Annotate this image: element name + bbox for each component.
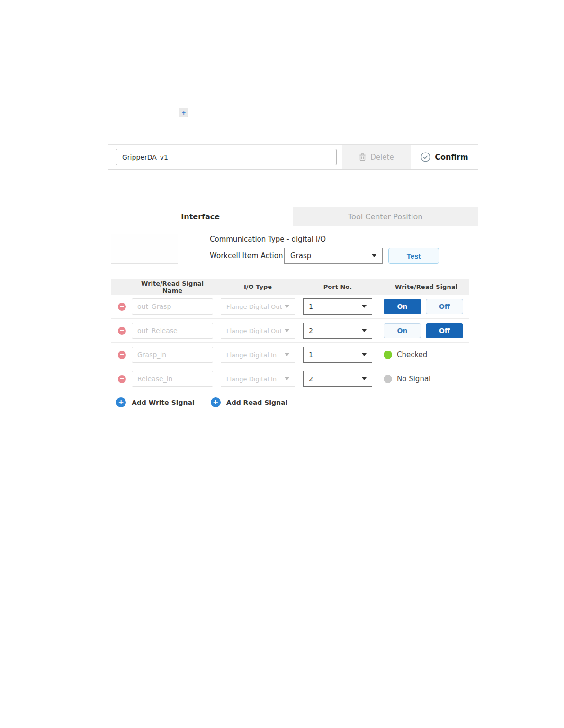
signal-status-dot — [384, 375, 392, 383]
signal-status-dot — [384, 351, 392, 359]
gripper-config-page: + Delete — [0, 0, 564, 728]
workcell-action-select[interactable]: Grasp — [284, 248, 383, 264]
section-divider — [108, 270, 478, 270]
chevron-down-icon — [285, 377, 289, 380]
add-item-button[interactable]: + — [179, 108, 188, 117]
signal-off-button[interactable]: Off — [426, 323, 463, 338]
signal-off-button[interactable]: Off — [426, 299, 463, 314]
remove-row-button[interactable] — [118, 327, 126, 335]
check-circle-icon — [421, 152, 430, 162]
signal-table-header: Write/Read Signal Name I/O Type Port No.… — [111, 279, 469, 295]
chevron-down-icon — [285, 353, 289, 356]
signal-table: Write/Read Signal Name I/O Type Port No.… — [111, 279, 469, 391]
chevron-down-icon — [372, 254, 376, 257]
port-no-select[interactable]: 1 — [303, 298, 372, 315]
chevron-down-icon — [362, 329, 367, 332]
delete-button-label: Delete — [370, 153, 394, 162]
remove-row-button[interactable] — [118, 351, 126, 359]
test-button[interactable]: Test — [388, 248, 439, 264]
chevron-down-icon — [362, 377, 367, 380]
add-write-signal-button[interactable]: + Add Write Signal — [116, 397, 195, 407]
io-type-value: Flange Digital In — [226, 376, 277, 383]
io-type-select[interactable]: Flange Digital Out — [221, 298, 295, 315]
signal-cell: Checked — [384, 351, 469, 359]
workcell-item-action-label: Workcell Item Action — [210, 252, 283, 260]
io-type-value: Flange Digital In — [226, 351, 277, 359]
io-type-value: Flange Digital Out — [226, 303, 282, 310]
signal-on-button[interactable]: On — [384, 299, 421, 314]
chevron-down-icon — [285, 305, 289, 308]
table-row: Flange Digital In 2 No Signal — [111, 367, 469, 391]
port-no-select[interactable]: 2 — [303, 323, 372, 339]
tab-interface[interactable]: Interface — [108, 207, 293, 226]
table-row: Flange Digital Out 2 OnOff — [111, 319, 469, 343]
col-header-signal-name: Write/Read Signal Name — [132, 280, 213, 294]
col-header-port-no: Port No. — [303, 283, 372, 290]
add-read-signal-label: Add Read Signal — [226, 399, 288, 406]
confirm-button-label: Confirm — [435, 153, 468, 162]
signal-cell: No Signal — [384, 375, 469, 383]
remove-row-button[interactable] — [118, 303, 126, 311]
col-header-io-type: I/O Type — [221, 283, 295, 290]
item-name-input[interactable] — [116, 149, 337, 165]
confirm-button[interactable]: Confirm — [411, 145, 478, 169]
port-no-value: 1 — [309, 303, 313, 310]
signal-name-input[interactable] — [132, 347, 213, 363]
signal-status-label: No Signal — [397, 375, 430, 383]
signal-status-label: Checked — [397, 351, 427, 359]
tab-bar: Interface Tool Center Position — [108, 207, 478, 226]
port-no-value: 2 — [309, 375, 313, 383]
col-header-write-read-signal: Write/Read Signal — [384, 283, 469, 290]
table-row: Flange Digital Out 1 OnOff — [111, 295, 469, 319]
io-type-select[interactable]: Flange Digital In — [221, 371, 295, 387]
signal-name-input[interactable] — [132, 323, 213, 339]
workcell-action-value: Grasp — [290, 252, 311, 260]
signal-name-input[interactable] — [132, 371, 213, 387]
add-signal-row: + Add Write Signal + Add Read Signal — [116, 397, 287, 407]
header-actions: Delete Confirm — [342, 145, 478, 169]
plus-circle-icon: + — [116, 397, 126, 407]
io-type-value: Flange Digital Out — [226, 327, 282, 334]
signal-cell: OnOff — [384, 323, 469, 338]
chevron-down-icon — [362, 305, 367, 308]
plus-circle-icon: + — [211, 397, 221, 407]
add-read-signal-button[interactable]: + Add Read Signal — [211, 397, 288, 407]
signal-name-input[interactable] — [132, 298, 213, 315]
signal-on-button[interactable]: On — [384, 323, 421, 338]
port-no-select[interactable]: 2 — [303, 371, 372, 387]
io-type-select[interactable]: Flange Digital Out — [221, 323, 295, 339]
signal-cell: OnOff — [384, 299, 469, 314]
delete-button[interactable]: Delete — [342, 145, 411, 169]
io-type-select[interactable]: Flange Digital In — [221, 347, 295, 363]
communication-type-label: Communication Type - digital I/O — [210, 235, 326, 243]
port-no-value: 2 — [309, 327, 313, 334]
signal-rows: Flange Digital Out 1 OnOff Flange Digita… — [111, 295, 469, 391]
port-no-value: 1 — [309, 351, 313, 359]
port-no-select[interactable]: 1 — [303, 347, 372, 363]
add-write-signal-label: Add Write Signal — [132, 399, 195, 406]
chevron-down-icon — [362, 353, 367, 356]
item-header-bar: Delete Confirm — [108, 144, 478, 170]
tab-tool-center-position[interactable]: Tool Center Position — [293, 207, 478, 226]
remove-row-button[interactable] — [118, 375, 126, 383]
trash-icon — [359, 153, 366, 161]
table-row: Flange Digital In 1 Checked — [111, 343, 469, 367]
item-image-placeholder — [111, 234, 178, 264]
chevron-down-icon — [285, 329, 289, 332]
